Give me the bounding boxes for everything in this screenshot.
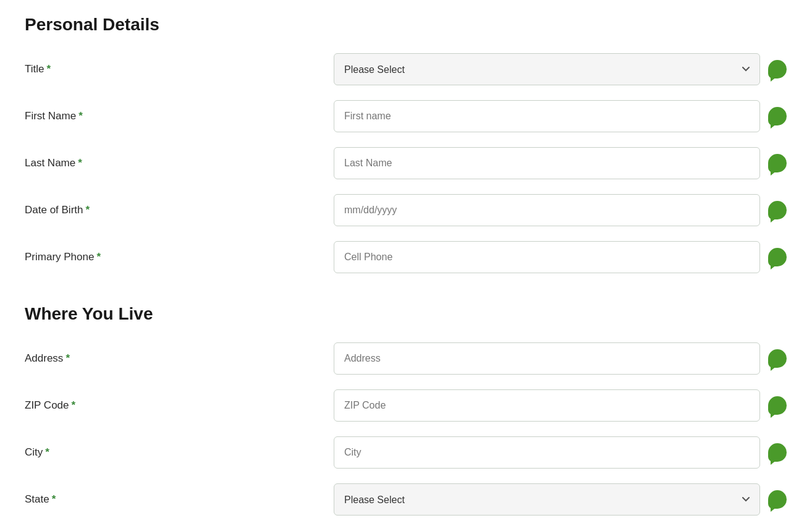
title-field-wrapper: Please Select Mr Mrs Ms Dr Prof <box>334 53 787 85</box>
where-you-live-title: Where You Live <box>25 304 787 324</box>
primary-phone-field-wrapper <box>334 241 787 273</box>
city-input[interactable] <box>334 436 760 469</box>
last-name-input[interactable] <box>334 147 760 179</box>
zip-code-chat-icon[interactable] <box>768 396 787 415</box>
last-name-chat-icon[interactable] <box>768 153 787 173</box>
personal-details-title: Personal Details <box>25 15 787 35</box>
zip-code-chat-bubble <box>768 396 787 415</box>
state-row: State * Please Select Alabama Alaska Ari… <box>25 482 787 517</box>
title-select[interactable]: Please Select Mr Mrs Ms Dr Prof <box>334 53 760 85</box>
city-required-star: * <box>45 446 49 459</box>
last-name-row: Last Name * <box>25 146 787 180</box>
address-input[interactable] <box>334 342 760 375</box>
zip-code-label-text: ZIP Code <box>25 399 69 412</box>
primary-phone-required-star: * <box>96 251 101 263</box>
zip-code-label: ZIP Code * <box>25 399 334 412</box>
dob-required-star: * <box>86 204 90 216</box>
dob-label-text: Date of Birth <box>25 204 83 216</box>
dob-chat-icon[interactable] <box>768 200 787 220</box>
state-chat-icon[interactable] <box>768 490 787 509</box>
title-chat-bubble <box>768 60 787 79</box>
zip-code-field-wrapper <box>334 389 787 422</box>
last-name-label: Last Name * <box>25 157 334 169</box>
dob-chat-bubble <box>768 201 787 219</box>
title-label-text: Title <box>25 63 44 75</box>
city-chat-icon[interactable] <box>768 443 787 462</box>
primary-phone-chat-icon[interactable] <box>768 247 787 267</box>
first-name-required-star: * <box>78 110 83 122</box>
primary-phone-input[interactable] <box>334 241 760 273</box>
last-name-label-text: Last Name <box>25 157 75 169</box>
primary-phone-chat-bubble <box>768 248 787 266</box>
address-chat-icon[interactable] <box>768 349 787 368</box>
first-name-chat-icon[interactable] <box>768 106 787 126</box>
state-required-star: * <box>52 493 56 506</box>
last-name-chat-bubble <box>768 154 787 172</box>
dob-label: Date of Birth * <box>25 204 334 216</box>
title-required-star: * <box>47 63 51 75</box>
city-field-wrapper <box>334 436 787 469</box>
where-you-live-section: Where You Live Address * ZIP Code * Ci <box>25 304 787 517</box>
title-row: Title * Please Select Mr Mrs Ms Dr Prof <box>25 52 787 87</box>
first-name-input[interactable] <box>334 100 760 132</box>
address-required-star: * <box>66 352 70 365</box>
last-name-field-wrapper <box>334 147 787 179</box>
state-label: State * <box>25 493 334 506</box>
city-row: City * <box>25 435 787 470</box>
address-field-wrapper <box>334 342 787 375</box>
title-label: Title * <box>25 63 334 75</box>
city-label: City * <box>25 446 334 459</box>
zip-code-input[interactable] <box>334 389 760 422</box>
address-row: Address * <box>25 341 787 376</box>
personal-details-section: Personal Details Title * Please Select M… <box>25 15 787 274</box>
state-select[interactable]: Please Select Alabama Alaska Arizona Cal… <box>334 483 760 516</box>
address-chat-bubble <box>768 349 787 368</box>
primary-phone-label: Primary Phone * <box>25 251 334 263</box>
first-name-label: First Name * <box>25 110 334 122</box>
city-label-text: City <box>25 446 43 459</box>
state-field-wrapper: Please Select Alabama Alaska Arizona Cal… <box>334 483 787 516</box>
primary-phone-row: Primary Phone * <box>25 240 787 274</box>
primary-phone-label-text: Primary Phone <box>25 251 94 263</box>
state-label-text: State <box>25 493 49 506</box>
dob-field-wrapper <box>334 194 787 226</box>
first-name-chat-bubble <box>768 107 787 125</box>
first-name-field-wrapper <box>334 100 787 132</box>
address-label-text: Address <box>25 352 63 365</box>
title-chat-icon[interactable] <box>768 59 787 79</box>
city-chat-bubble <box>768 443 787 462</box>
zip-code-row: ZIP Code * <box>25 388 787 423</box>
first-name-row: First Name * <box>25 99 787 134</box>
zip-code-required-star: * <box>72 399 76 412</box>
dob-row: Date of Birth * <box>25 193 787 227</box>
state-chat-bubble <box>768 490 787 509</box>
address-label: Address * <box>25 352 334 365</box>
dob-input[interactable] <box>334 194 760 226</box>
last-name-required-star: * <box>78 157 82 169</box>
first-name-label-text: First Name <box>25 110 76 122</box>
